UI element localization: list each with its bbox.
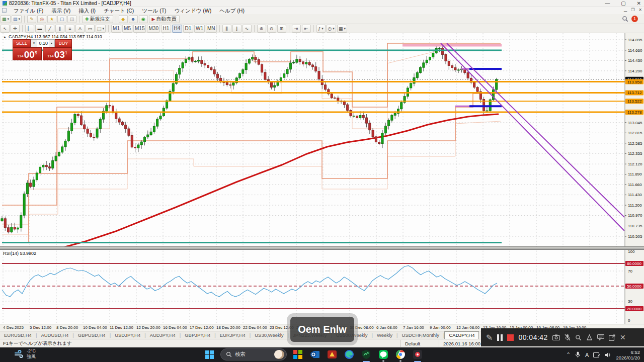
- volume-value[interactable]: 0.10: [37, 40, 49, 47]
- tray-mic-icon[interactable]: [575, 351, 581, 358]
- chart-tab-audjpy-h4[interactable]: AUDJPY,H4: [146, 332, 180, 339]
- chart-tab-cadjpy-h4[interactable]: CADJPY,H4: [444, 331, 479, 339]
- chart-tab-us30-weekly[interactable]: US30,Weekly: [251, 332, 287, 339]
- tray-speaker-icon[interactable]: [605, 352, 611, 358]
- timeframe-button-mn[interactable]: MN: [206, 25, 217, 33]
- recorder-marker-icon[interactable]: [586, 334, 593, 340]
- auto-scroll-button[interactable]: ⇥: [292, 25, 301, 33]
- taskbar-clock[interactable]: 6:52 2026/01/20: [616, 349, 640, 360]
- bar-chart-button[interactable]: ⫼: [222, 25, 231, 33]
- trendline-button[interactable]: ╱: [45, 25, 54, 33]
- fibonacci-button[interactable]: ≡: [65, 25, 74, 33]
- target-button[interactable]: ◎: [37, 15, 46, 23]
- mdi-minimize-button[interactable]: ▁: [624, 8, 627, 12]
- cursor-button[interactable]: ↖: [1, 25, 10, 33]
- community-button[interactable]: ☻: [129, 15, 138, 23]
- recorder-screenshot-icon[interactable]: [552, 334, 560, 340]
- pane-splitter[interactable]: [0, 246, 644, 250]
- recorder-stop-button[interactable]: [507, 334, 514, 341]
- tile-windows-button[interactable]: ⊞: [277, 25, 286, 33]
- zoom-out-button[interactable]: ⊖: [267, 25, 276, 33]
- chart-tab-usdjpy-h4[interactable]: USDJPY,H4: [111, 332, 144, 339]
- recorder-pause-button[interactable]: [497, 334, 503, 341]
- timeframe-button-m30[interactable]: M30: [147, 25, 159, 33]
- sell-button[interactable]: SELL: [13, 39, 31, 47]
- maximize-button[interactable]: ▢: [621, 0, 625, 7]
- start-button[interactable]: [203, 348, 215, 360]
- line-app-icon[interactable]: [377, 348, 389, 360]
- label-button[interactable]: ▭: [86, 25, 95, 33]
- ask-price-button[interactable]: 114 03 1: [43, 47, 72, 60]
- taskbar-search-box[interactable]: 検索: [220, 348, 287, 360]
- bid-price-button[interactable]: 114 00 5: [13, 47, 42, 60]
- status-profile[interactable]: Default: [400, 340, 424, 347]
- period-button[interactable]: ◷▾: [327, 25, 336, 33]
- volume-down-button[interactable]: ▼: [31, 40, 37, 47]
- line-chart-button[interactable]: ∿: [243, 25, 252, 33]
- search-icon[interactable]: [622, 16, 628, 22]
- mail-app-icon[interactable]: [326, 348, 338, 360]
- recorder-draw-icon[interactable]: ✎: [486, 333, 493, 342]
- zoom-in-button[interactable]: ⊕: [257, 25, 266, 33]
- candle-chart-button[interactable]: ⫿: [232, 25, 242, 33]
- recorder-open-editor-icon[interactable]: [609, 334, 615, 341]
- favorites-button[interactable]: ★: [47, 15, 56, 23]
- chart-shift-button[interactable]: ⇤: [302, 25, 311, 33]
- timeframe-button-d1[interactable]: D1: [183, 25, 193, 33]
- channel-button[interactable]: ∥: [55, 25, 64, 33]
- tray-ime-indicator[interactable]: A: [585, 352, 589, 358]
- new-order-button[interactable]: ✚新規注文: [82, 15, 113, 23]
- menu-item-4[interactable]: ツール (T): [138, 8, 170, 14]
- chart-tab-eurusd-h4[interactable]: EURUSD,H4: [0, 332, 36, 339]
- market-watch-button[interactable]: ▢: [57, 15, 66, 23]
- profiles-button[interactable]: ▤▾: [12, 15, 22, 23]
- mdi-restore-button[interactable]: ❐: [631, 8, 634, 12]
- new-chart-button[interactable]: ▦▾: [1, 15, 11, 23]
- dropdown-caret-icon[interactable]: ▾: [333, 25, 335, 32]
- timeframe-button-m15[interactable]: M15: [133, 25, 146, 33]
- store-app-icon[interactable]: [292, 348, 304, 360]
- algo-trading-button[interactable]: ▶自動売買: [149, 15, 180, 23]
- chrome-app-icon[interactable]: [394, 348, 407, 360]
- collapse-oneclick-icon[interactable]: ▲: [3, 35, 7, 39]
- data-window-button[interactable]: ◫: [67, 15, 76, 23]
- timeframe-button-m5[interactable]: M5: [122, 25, 132, 33]
- dropdown-caret-icon[interactable]: ▾: [321, 25, 324, 32]
- buy-button[interactable]: BUY: [55, 39, 72, 47]
- edge-app-icon[interactable]: [343, 348, 355, 360]
- outlook-app-icon[interactable]: [309, 348, 321, 360]
- timeframe-button-w1[interactable]: W1: [194, 25, 205, 33]
- timeframe-button-m1[interactable]: M1: [111, 25, 121, 33]
- tray-tablet-icon[interactable]: [593, 352, 600, 358]
- cursor-tool-button[interactable]: ✎: [27, 15, 36, 23]
- recorder-app-icon[interactable]: [412, 348, 424, 360]
- timeframe-button-h4[interactable]: H4: [172, 25, 182, 33]
- chart-tab-gbpusd-h4[interactable]: GBPUSD,H4: [74, 332, 110, 339]
- rsi-pane-canvas[interactable]: 1007030080.000050.000020.0000: [0, 250, 644, 324]
- recorder-zoom-icon[interactable]: [575, 334, 582, 341]
- menu-item-3[interactable]: チャート (C): [100, 8, 138, 14]
- recorder-mic-muted-icon[interactable]: [565, 334, 571, 341]
- menu-item-0[interactable]: ファイル (F): [10, 8, 47, 14]
- minimize-button[interactable]: —: [605, 0, 610, 7]
- menu-item-1[interactable]: 表示 (V): [47, 8, 74, 14]
- dropdown-caret-icon[interactable]: ▾: [103, 25, 105, 32]
- chart-mdi-icon[interactable]: [2, 8, 7, 13]
- timeframe-button-h1[interactable]: H1: [161, 25, 171, 33]
- text-button[interactable]: A: [75, 25, 85, 33]
- mt5-app-icon[interactable]: [360, 348, 372, 360]
- deposit-button[interactable]: ◆: [119, 15, 128, 23]
- recorder-comment-icon[interactable]: [597, 334, 604, 340]
- indicators-button[interactable]: ƒ▾: [316, 25, 326, 33]
- chart-tab-weekly[interactable]: Weekly: [373, 332, 396, 339]
- vertical-line-button[interactable]: ▏: [25, 25, 34, 33]
- shapes-button[interactable]: ⬚▾: [96, 25, 106, 33]
- notification-badge[interactable]: 1: [631, 16, 638, 22]
- recorder-close-icon[interactable]: ✕: [620, 333, 626, 341]
- volume-up-button[interactable]: ▲: [49, 40, 54, 47]
- chart-tab-usdchf-monthly[interactable]: USDCHF,Monthly: [398, 332, 443, 339]
- dropdown-caret-icon[interactable]: ▾: [8, 16, 10, 23]
- mdi-close-button[interactable]: ✕: [638, 8, 642, 12]
- menu-item-2[interactable]: 挿入 (I): [74, 8, 100, 14]
- chart-tab-eurjpy-h4[interactable]: EURJPY,H4: [216, 332, 250, 339]
